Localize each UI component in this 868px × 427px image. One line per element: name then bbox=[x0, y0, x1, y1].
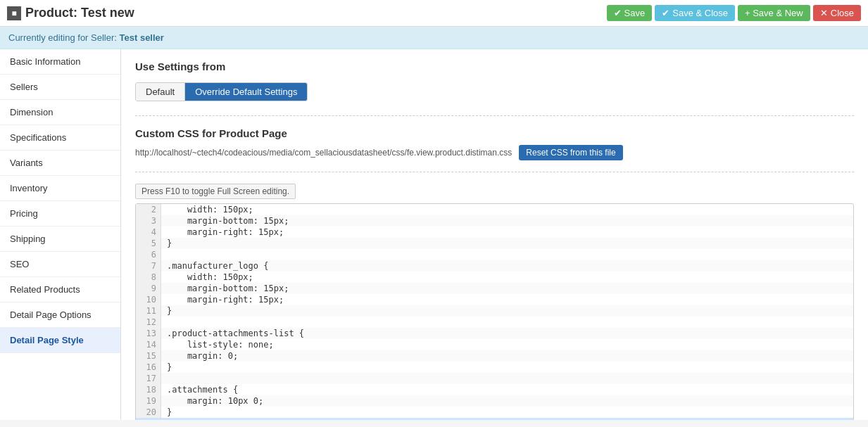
line-content: } bbox=[161, 362, 853, 373]
sidebar-item-basic-information[interactable]: Basic Information bbox=[0, 49, 120, 75]
sidebar-item-sellers[interactable]: Sellers bbox=[0, 75, 120, 100]
code-line: 9 margin-bottom: 15px; bbox=[136, 283, 853, 294]
close-button[interactable]: ✕ Close bbox=[813, 5, 861, 21]
line-content: margin-right: 15px; bbox=[161, 294, 853, 305]
code-line: 21 bbox=[136, 418, 853, 420]
custom-css-title: Custom CSS for Product Page bbox=[135, 127, 287, 139]
code-line: 20} bbox=[136, 407, 853, 418]
reset-css-button[interactable]: Reset CSS from this file bbox=[519, 145, 622, 160]
line-content: } bbox=[161, 407, 853, 418]
tab-override[interactable]: Override Default Settings bbox=[185, 83, 307, 101]
code-line: 3 margin-bottom: 15px; bbox=[136, 215, 853, 227]
line-number: 7 bbox=[136, 260, 161, 272]
sidebar-item-shipping[interactable]: Shipping bbox=[0, 227, 120, 252]
code-line: 7.manufacturer_logo { bbox=[136, 260, 853, 272]
code-line: 12 bbox=[136, 317, 853, 328]
code-line: 18.attachments { bbox=[136, 384, 853, 395]
line-number: 20 bbox=[136, 407, 161, 418]
save-new-button[interactable]: + Save & New bbox=[738, 5, 810, 21]
save-close-check-icon: ✔ bbox=[662, 8, 669, 18]
seller-name: Test seller bbox=[120, 32, 164, 43]
line-number: 13 bbox=[136, 328, 161, 339]
sidebar-item-pricing[interactable]: Pricing bbox=[0, 201, 120, 227]
fullscreen-hint: Press F10 to toggle Full Screen editing. bbox=[135, 184, 296, 199]
code-line: 10 margin-right: 15px; bbox=[136, 294, 853, 305]
line-content: .product-attachments-list { bbox=[161, 328, 853, 339]
line-number: 16 bbox=[136, 362, 161, 373]
line-content bbox=[161, 373, 853, 384]
line-number: 12 bbox=[136, 317, 161, 328]
close-x-icon: ✕ bbox=[820, 8, 828, 18]
line-content: width: 150px; bbox=[161, 204, 853, 215]
line-number: 14 bbox=[136, 339, 161, 350]
line-number: 9 bbox=[136, 283, 161, 294]
line-number: 5 bbox=[136, 238, 161, 249]
code-line: 16} bbox=[136, 362, 853, 373]
line-number: 8 bbox=[136, 272, 161, 283]
sidebar: Basic Information Sellers Dimension Spec… bbox=[0, 49, 121, 420]
line-number: 18 bbox=[136, 384, 161, 395]
line-content: list-style: none; bbox=[161, 339, 853, 350]
sidebar-item-variants[interactable]: Variants bbox=[0, 151, 120, 176]
line-number: 4 bbox=[136, 227, 161, 238]
line-number: 10 bbox=[136, 294, 161, 305]
code-line: 2 width: 150px; bbox=[136, 204, 853, 215]
code-line: 13.product-attachments-list { bbox=[136, 328, 853, 339]
line-content bbox=[161, 249, 853, 260]
line-content: } bbox=[161, 238, 853, 249]
product-icon: ■ bbox=[7, 6, 21, 20]
line-content: margin: 10px 0; bbox=[161, 395, 853, 407]
line-number: 11 bbox=[136, 305, 161, 317]
line-content: .attachments { bbox=[161, 384, 853, 395]
line-number: 21 bbox=[136, 418, 161, 420]
code-line: 6 bbox=[136, 249, 853, 260]
code-line: 19 margin: 10px 0; bbox=[136, 395, 853, 407]
header-actions: ✔ Save ✔ Save & Close + Save & New ✕ Clo… bbox=[607, 5, 861, 21]
line-content: .manufacturer_logo { bbox=[161, 260, 853, 272]
code-editor[interactable]: 2 width: 150px;3 margin-bottom: 15px;4 m… bbox=[135, 203, 854, 420]
custom-css-header: Custom CSS for Product Page bbox=[135, 127, 854, 139]
css-divider bbox=[135, 172, 854, 172]
line-number: 2 bbox=[136, 204, 161, 215]
main-content: Use Settings from Default Override Defau… bbox=[121, 49, 868, 420]
line-number: 15 bbox=[136, 350, 161, 362]
save-check-icon: ✔ bbox=[614, 8, 622, 18]
save-close-button[interactable]: ✔ Save & Close bbox=[655, 5, 735, 21]
sidebar-item-related-products[interactable]: Related Products bbox=[0, 277, 120, 302]
line-content: margin-bottom: 15px; bbox=[161, 215, 853, 227]
line-content: margin-bottom: 15px; bbox=[161, 283, 853, 294]
line-content: margin: 0; bbox=[161, 350, 853, 362]
line-number: 3 bbox=[136, 215, 161, 227]
css-file-path: http://localhost/~ctech4/codeacious/medi… bbox=[135, 148, 512, 158]
code-line: 5} bbox=[136, 238, 853, 249]
code-line: 4 margin-right: 15px; bbox=[136, 227, 853, 238]
sidebar-item-seo[interactable]: SEO bbox=[0, 252, 120, 277]
sidebar-item-inventory[interactable]: Inventory bbox=[0, 176, 120, 201]
line-number: 17 bbox=[136, 373, 161, 384]
tab-default[interactable]: Default bbox=[136, 83, 185, 101]
code-line: 11} bbox=[136, 305, 853, 317]
code-line: 17 bbox=[136, 373, 853, 384]
line-number: 19 bbox=[136, 395, 161, 407]
main-layout: Basic Information Sellers Dimension Spec… bbox=[0, 49, 868, 420]
sidebar-item-specifications[interactable]: Specifications bbox=[0, 125, 120, 151]
save-button[interactable]: ✔ Save bbox=[607, 5, 653, 21]
sidebar-item-dimension[interactable]: Dimension bbox=[0, 100, 120, 125]
settings-tabs: Default Override Default Settings bbox=[135, 82, 308, 101]
code-line: 14 list-style: none; bbox=[136, 339, 853, 350]
line-content bbox=[161, 317, 853, 328]
info-bar: Currently editing for Seller: Test selle… bbox=[0, 27, 868, 49]
use-settings-title: Use Settings from bbox=[135, 60, 854, 72]
code-line: 15 margin: 0; bbox=[136, 350, 853, 362]
line-content bbox=[161, 418, 853, 420]
line-number: 6 bbox=[136, 249, 161, 260]
sidebar-item-detail-page-style[interactable]: Detail Page Style bbox=[0, 328, 120, 353]
code-line: 8 width: 150px; bbox=[136, 272, 853, 283]
section-divider bbox=[135, 115, 854, 116]
line-content: width: 150px; bbox=[161, 272, 853, 283]
page-title: ■ Product: Test new bbox=[7, 6, 134, 20]
sidebar-item-detail-page-options[interactable]: Detail Page Options bbox=[0, 302, 120, 328]
page-header: ■ Product: Test new ✔ Save ✔ Save & Clos… bbox=[0, 0, 868, 27]
line-content: margin-right: 15px; bbox=[161, 227, 853, 238]
line-content: } bbox=[161, 305, 853, 317]
